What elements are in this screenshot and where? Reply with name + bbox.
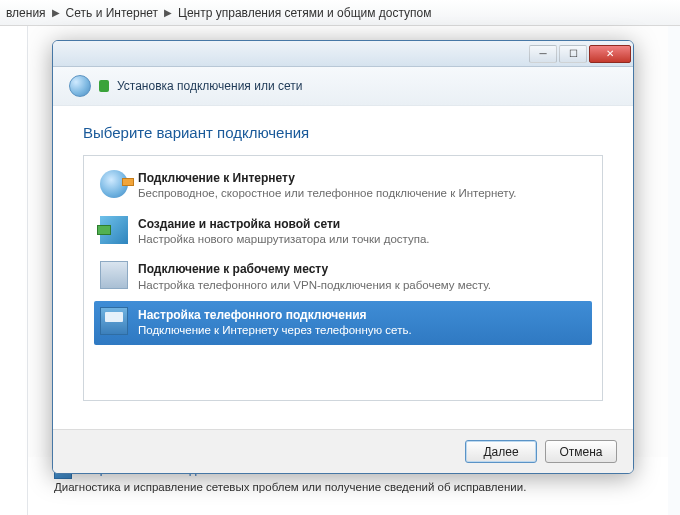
wizard-header: Установка подключения или сети [53, 67, 633, 106]
option-title: Создание и настройка новой сети [138, 216, 430, 232]
header-decoration-icon [99, 80, 109, 92]
breadcrumb-part[interactable]: Сеть и Интернет [66, 6, 158, 20]
breadcrumb-part[interactable]: вления [6, 6, 46, 20]
background-nav-pane [0, 26, 28, 515]
option-workplace[interactable]: Подключение к рабочему месту Настройка т… [94, 255, 592, 299]
option-desc: Настройка нового маршрутизатора или точк… [138, 232, 430, 248]
breadcrumb[interactable]: вления ▶ Сеть и Интернет ▶ Центр управле… [0, 0, 680, 26]
breadcrumb-part[interactable]: Центр управления сетями и общим доступом [178, 6, 432, 20]
next-button[interactable]: Далее [465, 440, 537, 463]
page-heading: Выберите вариант подключения [83, 124, 603, 141]
minimize-button[interactable]: ─ [529, 45, 557, 63]
network-icon [100, 216, 128, 244]
close-button[interactable]: ✕ [589, 45, 631, 63]
option-title: Подключение к Интернету [138, 170, 517, 186]
maximize-button[interactable]: ☐ [559, 45, 587, 63]
option-desc: Настройка телефонного или VPN-подключени… [138, 278, 491, 294]
option-desc: Беспроводное, скоростное или телефонное … [138, 186, 517, 202]
internet-icon [100, 170, 128, 198]
titlebar[interactable]: ─ ☐ ✕ [53, 41, 633, 67]
troubleshoot-desc: Диагностика и исправление сетевых пробле… [54, 481, 642, 493]
wizard-title: Установка подключения или сети [117, 79, 302, 93]
button-bar: Далее Отмена [53, 429, 633, 473]
modem-icon [100, 307, 128, 335]
option-title: Подключение к рабочему месту [138, 261, 491, 277]
chevron-right-icon: ▶ [52, 7, 60, 18]
option-desc: Подключение к Интернету через телефонную… [138, 323, 412, 339]
chevron-right-icon: ▶ [164, 7, 172, 18]
option-internet[interactable]: Подключение к Интернету Беспроводное, ск… [94, 164, 592, 208]
background-right [668, 26, 680, 515]
building-icon [100, 261, 128, 289]
option-new-network[interactable]: Создание и настройка новой сети Настройк… [94, 210, 592, 254]
option-dialup[interactable]: Настройка телефонного подключения Подклю… [94, 301, 592, 345]
cancel-button[interactable]: Отмена [545, 440, 617, 463]
wizard-dialog: ─ ☐ ✕ Установка подключения или сети Выб… [52, 40, 634, 474]
option-list[interactable]: Подключение к Интернету Беспроводное, ск… [83, 155, 603, 401]
option-title: Настройка телефонного подключения [138, 307, 412, 323]
globe-icon [69, 75, 91, 97]
